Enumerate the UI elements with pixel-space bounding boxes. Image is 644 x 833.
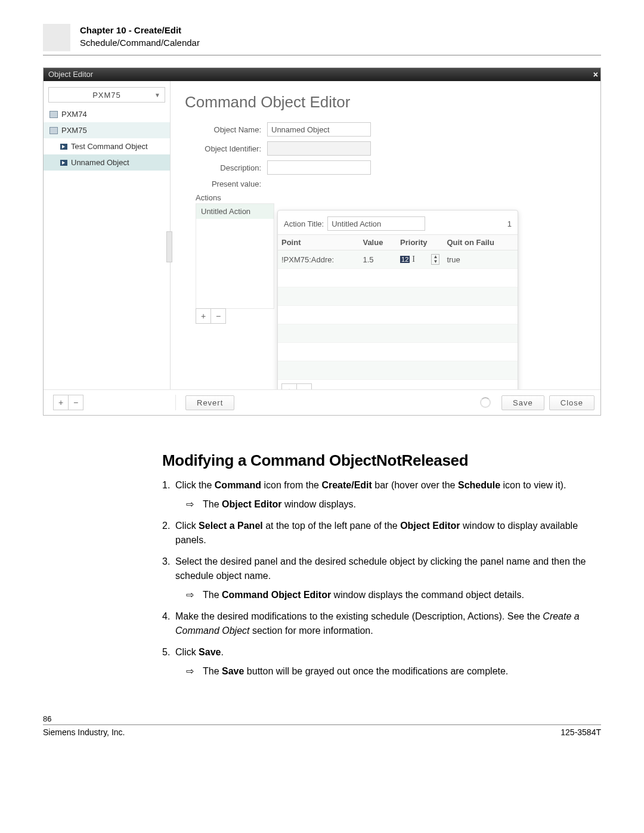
doc-section: Modifying a Command ObjectNotReleased 1.… (162, 451, 601, 679)
step-3-result: ⇨ The Command Object Editor window displ… (175, 588, 601, 602)
col-quit: Quit on Failu (443, 235, 518, 250)
text-cursor-icon: I (412, 255, 415, 264)
object-editor-window: Object Editor × PXM75 ▼ PXM74 PXM75 (43, 67, 601, 416)
page-number: 86 (43, 714, 601, 723)
page-header: Chapter 10 - Create/Edit Schedule/Comman… (43, 24, 601, 51)
tree-item-pxm75[interactable]: PXM75 (44, 122, 170, 138)
tree-label: Unnamed Object (71, 158, 129, 167)
input-description[interactable] (267, 160, 371, 175)
tree-label: PXM74 (61, 110, 87, 119)
left-pane: PXM75 ▼ PXM74 PXM75 Test Command Object (44, 81, 171, 415)
section-heading: Modifying a Command ObjectNotReleased (162, 451, 601, 470)
action-count: 1 (507, 219, 512, 228)
spinner-down-icon[interactable]: ▼ (432, 259, 439, 264)
col-priority: Priority (397, 235, 443, 250)
step-2: 2. Click Select a Panel at the top of th… (162, 519, 601, 547)
tree-add-button[interactable]: + (53, 395, 69, 410)
priority-spinner[interactable]: ▲ ▼ (431, 254, 439, 265)
tree-label: PXM75 (61, 126, 87, 135)
col-value: Value (359, 235, 397, 250)
step-1-result: ⇨ The Object Editor window displays. (175, 497, 601, 512)
breadcrumb: Schedule/Command/Calendar (80, 36, 200, 49)
input-action-title[interactable] (327, 216, 425, 231)
panel-icon (49, 127, 58, 134)
save-button[interactable]: Save (501, 395, 544, 410)
command-icon (60, 160, 67, 166)
label-present-value: Present value: (185, 179, 267, 188)
label-object-identifier: Object Identifier: (185, 144, 267, 153)
cell-priority[interactable]: 12 I ▲ ▼ (397, 250, 443, 269)
panel-selector-value: PXM75 (92, 91, 121, 100)
result-arrow-icon: ⇨ (186, 588, 194, 602)
footer-rule (43, 724, 601, 725)
close-icon[interactable]: × (593, 68, 598, 81)
page-footer: 86 Siemens Industry, Inc. 125-3584T (43, 714, 601, 737)
col-point: Point (278, 235, 359, 250)
revert-button[interactable]: Revert (185, 395, 234, 410)
step-3: 3. Select the desired panel and the desi… (162, 555, 601, 602)
cell-value: 1.5 (359, 250, 397, 269)
close-button[interactable]: Close (549, 395, 595, 410)
chevron-down-icon: ▼ (154, 92, 161, 98)
action-popup: Action Title: 1 Point Value Priority Qui… (277, 210, 518, 403)
header-rule (43, 55, 601, 55)
label-actions: Actions (196, 193, 589, 202)
step-5-result: ⇨ The Save button will be grayed out onc… (175, 664, 601, 679)
result-arrow-icon: ⇨ (186, 664, 194, 679)
cell-point: !PXM75:Addre: (278, 250, 359, 269)
remove-action-button[interactable]: − (210, 308, 226, 324)
editor-footer: + − Revert Save Close (44, 389, 600, 415)
step-4: 4. Make the desired modifications to the… (162, 609, 601, 638)
chapter-title: Chapter 10 - Create/Edit (80, 24, 200, 36)
tree-item-test-command[interactable]: Test Command Object (44, 138, 170, 154)
input-object-identifier (267, 141, 371, 156)
window-titlebar: Object Editor × (44, 68, 600, 81)
add-action-button[interactable]: + (196, 308, 211, 324)
label-object-name: Object Name: (185, 125, 267, 134)
step-1: 1. Click the Command icon from the Creat… (162, 478, 601, 512)
label-action-title: Action Title: (284, 219, 324, 228)
header-icon-placeholder (43, 24, 70, 51)
priority-value: 12 (400, 256, 410, 263)
tree-label: Test Command Object (71, 142, 148, 151)
result-arrow-icon: ⇨ (186, 497, 194, 512)
step-5: 5. Click Save. ⇨ The Save button will be… (162, 645, 601, 679)
tree-item-pxm74[interactable]: PXM74 (44, 106, 170, 122)
panel-icon (49, 111, 58, 118)
command-icon (60, 144, 67, 150)
action-item[interactable]: Untitled Action (196, 204, 274, 219)
editor-title: Command Object Editor (185, 93, 589, 112)
tree-remove-button[interactable]: − (68, 395, 83, 410)
tree-item-unnamed[interactable]: Unnamed Object (44, 154, 170, 171)
cell-quit: true (443, 250, 518, 269)
footer-left: Siemens Industry, Inc. (43, 727, 125, 737)
label-description: Description: (185, 163, 267, 172)
window-title: Object Editor (48, 70, 93, 79)
table-row[interactable]: !PXM75:Addre: 1.5 12 I ▲ ▼ (278, 250, 518, 269)
footer-right: 125-3584T (561, 727, 601, 737)
input-object-name[interactable] (267, 122, 371, 137)
actions-list: Untitled Action (196, 203, 274, 309)
action-table: Point Value Priority Quit on Failu !PXM7… (278, 234, 518, 380)
panel-selector[interactable]: PXM75 ▼ (48, 87, 165, 103)
busy-icon (480, 397, 491, 408)
